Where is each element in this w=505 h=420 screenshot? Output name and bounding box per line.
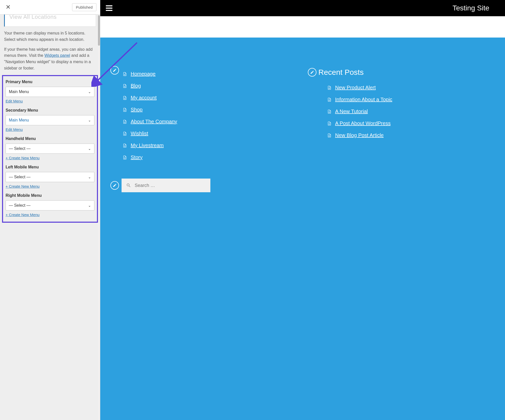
menu-location-left-mobile: Left Mobile Menu — Select — ⌄ + Create N…: [5, 165, 95, 189]
list-item: About The Company: [123, 116, 298, 128]
menu-location-label: Handheld Menu: [6, 136, 94, 141]
site-title: Testing Site: [452, 4, 489, 12]
recent-posts-title: Recent Posts: [318, 68, 364, 77]
document-icon: [123, 107, 127, 112]
document-icon: [123, 155, 127, 160]
document-icon: [327, 133, 332, 138]
menu-location-right-mobile: Right Mobile Menu — Select — ⌄ + Create …: [5, 193, 95, 217]
create-menu-link[interactable]: + Create New Menu: [6, 156, 40, 160]
edit-menu-link[interactable]: Edit Menu: [6, 99, 23, 103]
menu-locations-highlight: Primary Menu Main Menu ⌄ Edit Menu Secon…: [2, 75, 98, 223]
menu-select-primary[interactable]: Main Menu ⌄: [6, 87, 94, 97]
scrollbar-track[interactable]: [98, 15, 100, 420]
nav-link[interactable]: My Livestream: [131, 143, 164, 148]
published-button[interactable]: Published: [72, 3, 96, 11]
edit-pencil-icon[interactable]: [110, 66, 119, 75]
post-link[interactable]: Information About a Topic: [335, 97, 392, 102]
nav-link[interactable]: Story: [131, 154, 143, 160]
document-icon: [327, 85, 332, 90]
document-icon: [123, 72, 127, 77]
scrollbar-thumb[interactable]: [98, 15, 100, 46]
post-link[interactable]: A Post About WordPress: [335, 120, 391, 126]
edit-pencil-icon[interactable]: [308, 68, 316, 77]
list-item: A New Tutorial: [327, 106, 495, 117]
list-item: Shop: [123, 104, 298, 116]
post-link[interactable]: A New Tutorial: [335, 109, 368, 114]
menu-location-secondary: Secondary Menu Main Menu ⌄ Edit Menu: [5, 108, 95, 132]
chevron-down-icon: ⌄: [88, 147, 91, 151]
hamburger-icon[interactable]: [106, 5, 112, 11]
intro-paragraph-2: If your theme has widget areas, you can …: [4, 46, 96, 72]
document-icon: [327, 97, 332, 102]
post-link[interactable]: New Product Alert: [335, 85, 376, 91]
menu-select-right-mobile[interactable]: — Select — ⌄: [6, 200, 94, 211]
section-heading-truncated: View All Locations: [4, 14, 96, 27]
customizer-header: ✕ Published: [0, 0, 100, 14]
list-item: New Product Alert: [327, 82, 495, 94]
create-menu-link[interactable]: + Create New Menu: [6, 213, 40, 217]
menu-select-handheld[interactable]: — Select — ⌄: [6, 144, 94, 154]
nav-link[interactable]: Shop: [131, 107, 143, 113]
nav-link[interactable]: My account: [131, 95, 157, 101]
chevron-down-icon: ⌄: [88, 118, 91, 122]
close-icon[interactable]: ✕: [4, 3, 13, 12]
nav-link-list: Homepage Blog My account Shop About The …: [110, 68, 298, 163]
list-item: Story: [123, 151, 298, 163]
document-icon: [123, 83, 127, 89]
nav-link[interactable]: Blog: [131, 83, 141, 89]
recent-posts-header: Recent Posts: [308, 68, 495, 77]
chevron-down-icon: ⌄: [88, 203, 91, 207]
nav-link[interactable]: About The Company: [131, 119, 177, 125]
menu-select-left-mobile[interactable]: — Select — ⌄: [6, 172, 94, 182]
menu-location-primary: Primary Menu Main Menu ⌄ Edit Menu: [5, 80, 95, 103]
nav-link[interactable]: Wishlist: [131, 131, 148, 136]
menu-location-label: Primary Menu: [6, 80, 94, 84]
edit-pencil-icon[interactable]: [110, 181, 119, 190]
create-menu-link[interactable]: + Create New Menu: [6, 184, 40, 188]
chevron-down-icon: ⌄: [88, 90, 91, 94]
menu-location-handheld: Handheld Menu — Select — ⌄ + Create New …: [5, 136, 95, 160]
search-icon: [126, 183, 131, 188]
white-gap: [100, 16, 505, 38]
document-icon: [123, 131, 127, 136]
footer-widget-area: Homepage Blog My account Shop About The …: [100, 38, 505, 420]
search-input[interactable]: [135, 183, 206, 188]
site-header: Testing Site: [100, 0, 505, 16]
menu-select-secondary[interactable]: Main Menu ⌄: [6, 115, 94, 125]
list-item: Blog: [123, 80, 298, 92]
nav-link[interactable]: Homepage: [131, 71, 156, 77]
recent-posts-list: New Product Alert Information About a To…: [308, 82, 495, 141]
list-item: Information About a Topic: [327, 94, 495, 106]
nav-column: Homepage Blog My account Shop About The …: [110, 68, 298, 405]
search-widget: [110, 179, 298, 192]
list-item: My account: [123, 92, 298, 104]
intro-paragraph-1: Your theme can display menus in 5 locati…: [4, 30, 96, 43]
widgets-panel-link[interactable]: Widgets panel: [44, 53, 70, 58]
menu-location-label: Right Mobile Menu: [6, 193, 94, 198]
edit-menu-link[interactable]: Edit Menu: [6, 127, 23, 132]
document-icon: [327, 109, 332, 114]
list-item: Homepage: [123, 68, 298, 80]
document-icon: [123, 95, 127, 100]
chevron-down-icon: ⌄: [88, 175, 91, 179]
list-item: My Livestream: [123, 139, 298, 151]
document-icon: [123, 143, 127, 148]
list-item: New Blog Post Article: [327, 129, 495, 141]
customizer-panel: ✕ Published View All Locations Your them…: [0, 0, 100, 420]
customizer-scroll-area[interactable]: Your theme can display menus in 5 locati…: [0, 27, 100, 420]
preview-pane: Testing Site Homepage Blog My account Sh…: [100, 0, 505, 420]
list-item: Wishlist: [123, 128, 298, 139]
search-box[interactable]: [122, 179, 210, 192]
menu-location-label: Secondary Menu: [6, 108, 94, 113]
recent-posts-column: Recent Posts New Product Alert Informati…: [308, 68, 495, 405]
document-icon: [327, 121, 332, 126]
menu-location-label: Left Mobile Menu: [6, 165, 94, 169]
list-item: A Post About WordPress: [327, 117, 495, 129]
post-link[interactable]: New Blog Post Article: [335, 132, 384, 138]
document-icon: [123, 119, 127, 124]
